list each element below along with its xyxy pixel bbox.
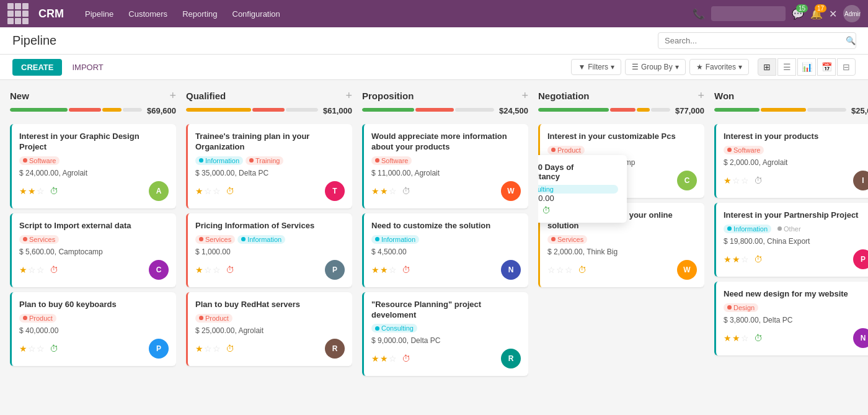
favorites-button[interactable]: ★ Favorites ▾ (689, 59, 749, 75)
tag-label: Product (557, 146, 581, 154)
popup-tag: Consulting (538, 185, 618, 194)
star-2: ☆ (37, 265, 45, 275)
card-avatar: C (149, 260, 169, 280)
column-proposition: Proposition + $24,500 Would appreciate m… (362, 90, 528, 404)
progress-segment (538, 108, 609, 112)
filters-chevron: ▾ (611, 63, 614, 71)
view-chart[interactable]: 📊 (797, 58, 816, 76)
star-2: ☆ (565, 265, 573, 275)
menu-reporting[interactable]: Reporting (176, 6, 223, 22)
tag-dot (375, 237, 379, 241)
view-kanban[interactable]: ⊞ (758, 58, 776, 76)
filters-label: Filters (588, 63, 608, 71)
column-progress-row: $25,600 (714, 106, 868, 120)
column-progress (538, 108, 670, 112)
notifications-icon[interactable]: 🔔 17 (810, 8, 823, 20)
kanban-card[interactable]: Interest in your Graphic Design Project … (10, 124, 176, 208)
filters-button[interactable]: ▼ Filters ▾ (571, 59, 621, 75)
view-grid[interactable]: ⊟ (837, 58, 856, 76)
apps-menu-icon[interactable] (7, 3, 29, 24)
progress-segment (186, 108, 251, 112)
card-footer: ★☆☆ ⏱ P (195, 260, 345, 280)
tag: Software (371, 156, 412, 165)
star-1: ★ (28, 186, 36, 196)
messages-icon[interactable]: 💬 15 (792, 8, 804, 20)
progress-segment (455, 108, 494, 112)
column-add-button[interactable]: + (345, 90, 352, 101)
tag: Training (246, 156, 283, 165)
close-icon[interactable]: ✕ (829, 8, 837, 20)
topnav-search-bar[interactable] (711, 6, 786, 21)
tag-dot (375, 326, 379, 331)
priority-clock-icon: ⏱ (50, 186, 58, 196)
groupby-button[interactable]: ☰ Group By ▾ (625, 59, 686, 75)
card-stars: ★☆☆ (19, 344, 45, 354)
action-bar: CREATE IMPORT ▼ Filters ▾ ☰ Group By ▾ ★… (0, 55, 868, 80)
tag: Information (724, 225, 771, 233)
tag-dot (199, 237, 203, 241)
create-button[interactable]: CREATE (12, 59, 62, 76)
column-add-button[interactable]: + (521, 90, 528, 101)
kanban-card[interactable]: Trainee's training plan in your Organiza… (186, 124, 352, 208)
card-stars: ★☆☆ (195, 186, 221, 196)
column-cards: Trainee's training plan in your Organiza… (186, 124, 352, 404)
star-1: ☆ (732, 176, 740, 185)
menu-configuration[interactable]: Configuration (226, 6, 286, 22)
card-title: Pricing Information of Services (195, 221, 345, 231)
card-tags: Information Training (195, 156, 345, 165)
card-title: Interest in your Graphic Design Project (19, 132, 169, 153)
progress-segment (69, 108, 101, 112)
star-2: ☆ (37, 186, 45, 196)
search-icon[interactable]: 🔍 (846, 36, 856, 45)
kanban-card[interactable]: Interest in your products Software $ 2,0… (714, 124, 868, 198)
column-header: Qualified + (186, 90, 352, 101)
star-0: ★ (19, 186, 27, 196)
avatar: N (501, 260, 521, 280)
tag: Information (371, 235, 419, 244)
column-total: $77,000 (675, 106, 704, 115)
import-button[interactable]: IMPORT (67, 59, 108, 76)
app-logo: CRM (38, 7, 64, 20)
card-avatar: A (149, 181, 169, 201)
kanban-card[interactable]: Plan to buy RedHat servers Product $ 25,… (186, 292, 352, 366)
search-input[interactable] (658, 32, 856, 49)
toolbar-right: ▼ Filters ▾ ☰ Group By ▾ ★ Favorites ▾ ⊞… (571, 58, 856, 76)
view-calendar[interactable]: 📅 (817, 58, 836, 76)
star-1: ★ (380, 354, 388, 364)
kanban-card[interactable]: "Resource Planning" project develoment C… (362, 292, 528, 377)
tag-label: Information (247, 236, 281, 243)
column-progress-row: $24,500 (362, 106, 528, 120)
tag-label: Design (733, 304, 755, 311)
menu-pipeline[interactable]: Pipeline (79, 6, 120, 22)
avatar: T (325, 181, 345, 201)
card-title: Would appreciate more information about … (371, 132, 521, 153)
tag-label: Information (381, 236, 415, 243)
column-add-button[interactable]: + (698, 90, 704, 101)
priority-clock-icon: ⏱ (578, 265, 587, 275)
column-add-button[interactable]: + (169, 90, 176, 101)
view-list[interactable]: ☰ (777, 58, 796, 76)
admin-avatar[interactable]: Administrator (843, 5, 861, 22)
kanban-card[interactable]: Plan to buy 60 keyboards Product $ 40,00… (10, 292, 176, 366)
kanban-card[interactable]: Script to Import external data Services … (10, 213, 176, 287)
card-avatar: P (149, 339, 169, 359)
tag-label: Services (29, 236, 55, 243)
card-amount: $ 2,000.00, Agrolait (724, 158, 868, 167)
phone-icon[interactable]: 📞 (693, 8, 705, 20)
star-1: ★ (380, 265, 388, 275)
favorites-label: Favorites (706, 63, 736, 71)
kanban-card[interactable]: Need 20 Days of Consultancy Consulting $… (538, 124, 704, 198)
kanban-card[interactable]: Pricing Information of Services Services… (186, 213, 352, 287)
kanban-card[interactable]: Interest in your Partnership Project Inf… (714, 203, 868, 277)
kanban-card[interactable]: Need to customize the solution Informati… (362, 213, 528, 287)
tag-label: Product (29, 315, 53, 322)
card-footer: ★★☆ ⏱ N (724, 328, 868, 348)
menu-customers[interactable]: Customers (122, 6, 174, 22)
progress-segment (102, 108, 122, 112)
tag-dot (249, 158, 254, 163)
priority-clock-icon: ⏱ (50, 265, 58, 275)
priority-empty-icon: ⏱ (754, 176, 763, 185)
kanban-card[interactable]: Would appreciate more information about … (362, 124, 528, 208)
kanban-card[interactable]: Need new design for my website Design $ … (714, 282, 868, 355)
star-2: ☆ (213, 265, 221, 275)
